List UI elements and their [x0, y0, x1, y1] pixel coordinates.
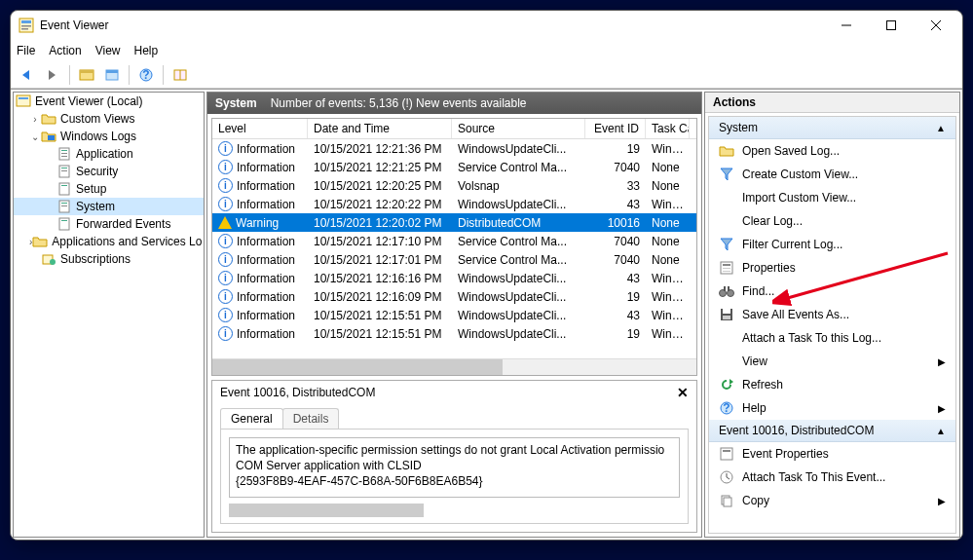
menu-view[interactable]: View [95, 44, 121, 57]
tree-security[interactable]: Security [14, 163, 204, 180]
svg-line-61 [784, 253, 948, 299]
save-icon [719, 307, 734, 322]
info-icon: i [218, 160, 233, 174]
svg-rect-46 [728, 286, 730, 291]
action-import-custom-view[interactable]: Import Custom View... [709, 186, 955, 209]
action-refresh[interactable]: Refresh [709, 373, 955, 396]
col-level[interactable]: Level [212, 119, 308, 138]
col-task[interactable]: Task Ca [646, 119, 690, 138]
menu-action[interactable]: Action [49, 44, 81, 57]
actions-section-event[interactable]: Event 10016, DistributedCOM ▲ [709, 420, 955, 442]
detail-hscroll[interactable] [229, 504, 424, 517]
tree-custom-views[interactable]: › Custom Views [14, 110, 204, 128]
grid-header[interactable]: Level Date and Time Source Event ID Task… [212, 119, 696, 139]
tree-windows-logs[interactable]: ⌄ Windows Logs [14, 128, 204, 145]
svg-rect-3 [21, 28, 28, 30]
table-row[interactable]: Warning10/15/2021 12:20:02 PMDistributed… [212, 213, 696, 232]
actions-section-system[interactable]: System ▲ [709, 117, 955, 139]
table-row[interactable]: iInformation10/15/2021 12:21:36 PMWindow… [212, 139, 696, 158]
action-event-properties[interactable]: Event Properties [709, 442, 955, 466]
svg-rect-40 [723, 264, 730, 266]
app-icon [19, 18, 34, 33]
tree-subscriptions[interactable]: Subscriptions [14, 250, 204, 268]
navigation-tree[interactable]: Event Viewer (Local) › Custom Views ⌄ Wi… [13, 92, 205, 538]
tab-details[interactable]: Details [282, 408, 340, 429]
close-detail-button[interactable]: ✕ [677, 385, 689, 400]
detail-text[interactable]: The application-specific permission sett… [229, 437, 680, 498]
svg-marker-9 [49, 70, 56, 80]
chevron-right-icon: ▶ [938, 356, 946, 367]
log-icon [56, 164, 72, 179]
action-open-saved-log[interactable]: Open Saved Log... [709, 139, 955, 163]
log-icon [56, 216, 72, 232]
svg-rect-24 [61, 156, 67, 157]
minimize-button[interactable] [824, 11, 869, 40]
action-copy[interactable]: Copy ▶ [709, 489, 955, 512]
action-view[interactable]: View ▶ [709, 350, 955, 373]
tab-general[interactable]: General [220, 408, 283, 429]
toolbar: ? [11, 61, 962, 89]
annotation-arrow [772, 248, 956, 307]
table-row[interactable]: iInformation10/15/2021 12:17:01 PMServic… [212, 250, 696, 269]
expander-icon[interactable]: ⌄ [29, 131, 41, 142]
panel-button[interactable] [169, 64, 191, 86]
col-source[interactable]: Source [452, 119, 585, 138]
table-row[interactable]: iInformation10/15/2021 12:21:25 PMServic… [212, 158, 696, 176]
close-button[interactable] [914, 11, 958, 40]
table-row[interactable]: iInformation10/15/2021 12:15:51 PMWindow… [212, 306, 696, 324]
titlebar[interactable]: Event Viewer [11, 11, 962, 40]
svg-rect-11 [80, 70, 94, 73]
action-attach-task-log[interactable]: Attach a Task To this Log... [709, 326, 955, 350]
menu-help[interactable]: Help [134, 44, 159, 57]
svg-marker-37 [721, 168, 732, 180]
folder-open-icon [719, 143, 734, 159]
grid-hscrollbar[interactable] [212, 358, 696, 375]
tree-apps-services[interactable]: › Applications and Services Lo [14, 233, 204, 250]
table-row[interactable]: iInformation10/15/2021 12:15:51 PMWindow… [212, 324, 696, 343]
detail-title: Event 10016, DistributedCOM [220, 386, 375, 399]
table-row[interactable]: iInformation10/15/2021 12:17:10 PMServic… [212, 232, 696, 250]
col-date[interactable]: Date and Time [308, 119, 452, 138]
event-detail-panel: Event 10016, DistributedCOM ✕ General De… [211, 380, 697, 533]
svg-rect-42 [723, 271, 730, 272]
back-button[interactable] [17, 64, 38, 86]
action-help[interactable]: ? Help ▶ [709, 396, 955, 420]
actions-title: Actions [705, 93, 959, 113]
tree-setup[interactable]: Setup [14, 180, 204, 198]
table-row[interactable]: iInformation10/15/2021 12:20:22 PMWindow… [212, 195, 696, 213]
folder-windows-icon [41, 129, 56, 144]
info-icon: i [218, 141, 233, 156]
maximize-button[interactable] [869, 11, 914, 40]
svg-rect-54 [723, 450, 730, 452]
chevron-right-icon: ▶ [938, 403, 946, 414]
collapse-icon[interactable]: ▲ [936, 426, 946, 436]
action-attach-task-event[interactable]: Attach Task To This Event... [709, 466, 955, 489]
properties-button[interactable] [101, 64, 123, 86]
tree-system[interactable]: System [14, 198, 204, 215]
collapse-icon[interactable]: ▲ [936, 123, 946, 133]
events-grid[interactable]: Level Date and Time Source Event ID Task… [211, 118, 697, 376]
detail-tabs: General Details [212, 404, 696, 429]
forward-button[interactable] [42, 64, 63, 86]
warning-icon [218, 216, 232, 229]
svg-rect-48 [723, 309, 730, 314]
refresh-icon [719, 377, 734, 392]
table-row[interactable]: iInformation10/15/2021 12:16:09 PMWindow… [212, 287, 696, 306]
action-clear-log[interactable]: Clear Log... [709, 209, 955, 233]
expander-icon[interactable]: › [29, 114, 41, 125]
tree-forwarded[interactable]: Forwarded Events [14, 215, 204, 233]
table-row[interactable]: iInformation10/15/2021 12:20:25 PMVolsna… [212, 176, 696, 195]
tree-root[interactable]: Event Viewer (Local) [14, 93, 204, 110]
show-hide-tree-button[interactable] [76, 64, 97, 86]
menubar: File Action View Help [11, 40, 962, 61]
col-eventid[interactable]: Event ID [585, 119, 646, 138]
copy-icon [719, 493, 734, 508]
menu-file[interactable]: File [17, 44, 35, 57]
scrollbar-thumb[interactable] [212, 359, 503, 376]
center-panel: System Number of events: 5,136 (!) New e… [206, 92, 702, 538]
help-button[interactable]: ? [135, 64, 157, 86]
tree-application[interactable]: Application [14, 145, 204, 163]
action-create-custom-view[interactable]: Create Custom View... [709, 163, 955, 186]
table-row[interactable]: iInformation10/15/2021 12:16:16 PMWindow… [212, 269, 696, 287]
grid-body[interactable]: iInformation10/15/2021 12:21:36 PMWindow… [212, 139, 696, 358]
